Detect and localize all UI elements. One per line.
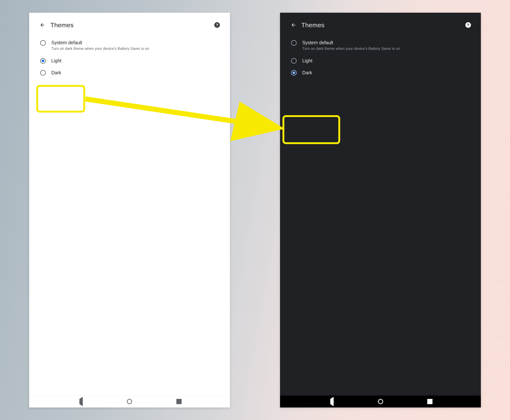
triangle-back-icon bbox=[77, 397, 83, 406]
option-label: System default bbox=[51, 40, 149, 45]
option-system-default[interactable]: System default Turn on dark theme when y… bbox=[291, 37, 471, 55]
page-title: Themes bbox=[301, 22, 465, 29]
option-subtext: Turn on dark theme when your device's Ba… bbox=[302, 46, 400, 51]
option-label: Light bbox=[51, 58, 62, 63]
arrow-left-icon bbox=[40, 22, 45, 28]
option-dark[interactable]: Dark bbox=[291, 67, 471, 79]
option-subtext: Turn on dark theme when your device's Ba… bbox=[51, 46, 149, 51]
help-button[interactable]: ? bbox=[465, 22, 471, 28]
radio-icon bbox=[40, 70, 46, 75]
help-icon: ? bbox=[467, 23, 469, 27]
option-light[interactable]: Light bbox=[291, 55, 471, 67]
option-label: System default bbox=[302, 40, 400, 45]
nav-home-button[interactable] bbox=[127, 399, 132, 404]
header: Themes ? bbox=[280, 13, 481, 33]
header: Themes ? bbox=[29, 13, 230, 33]
android-nav-bar bbox=[280, 396, 481, 407]
page-title: Themes bbox=[50, 22, 214, 29]
phone-dark: Themes ? System default Turn on dark the… bbox=[280, 13, 481, 407]
nav-back-button[interactable] bbox=[77, 399, 83, 404]
help-icon: ? bbox=[216, 23, 218, 27]
back-button[interactable] bbox=[39, 22, 46, 28]
radio-icon-selected bbox=[40, 58, 46, 64]
option-system-default[interactable]: System default Turn on dark theme when y… bbox=[40, 37, 220, 55]
help-button[interactable]: ? bbox=[214, 22, 220, 28]
back-button[interactable] bbox=[290, 22, 297, 28]
nav-home-button[interactable] bbox=[378, 399, 383, 404]
option-label: Dark bbox=[302, 70, 312, 75]
radio-icon bbox=[40, 40, 46, 46]
circle-home-icon bbox=[127, 399, 132, 404]
option-light[interactable]: Light bbox=[40, 55, 220, 67]
option-label: Light bbox=[302, 58, 312, 63]
nav-recent-button[interactable] bbox=[427, 399, 433, 404]
arrow-left-icon bbox=[291, 22, 296, 28]
android-nav-bar bbox=[29, 395, 230, 407]
square-recent-icon bbox=[176, 399, 182, 404]
radio-icon-selected bbox=[291, 70, 297, 75]
phone-light: Themes ? System default Turn on dark the… bbox=[29, 13, 230, 407]
theme-options: System default Turn on dark theme when y… bbox=[280, 33, 481, 395]
nav-recent-button[interactable] bbox=[176, 399, 182, 404]
radio-icon bbox=[291, 40, 297, 46]
circle-home-icon bbox=[378, 399, 383, 404]
option-dark[interactable]: Dark bbox=[40, 67, 220, 79]
theme-options: System default Turn on dark theme when y… bbox=[29, 33, 230, 395]
triangle-back-icon bbox=[328, 397, 334, 406]
square-recent-icon bbox=[427, 399, 433, 404]
radio-icon bbox=[291, 58, 297, 64]
option-label: Dark bbox=[51, 70, 61, 75]
nav-back-button[interactable] bbox=[328, 399, 334, 404]
